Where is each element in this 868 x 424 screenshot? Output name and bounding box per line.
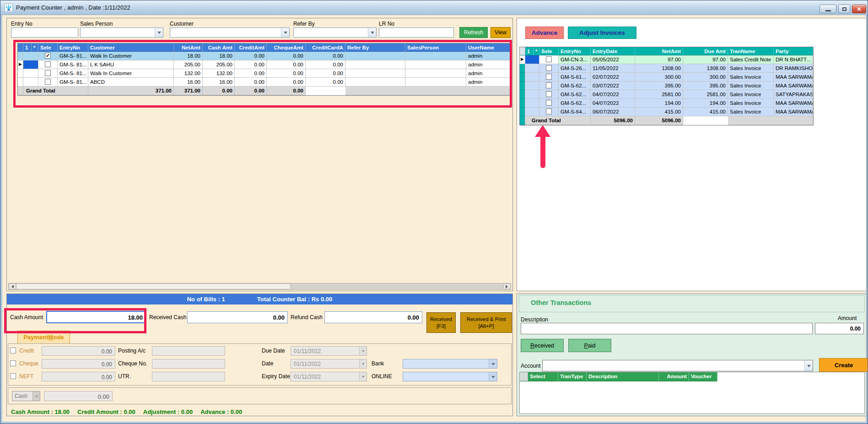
chevron-down-icon[interactable] — [368, 28, 376, 37]
row-checkbox-cell[interactable] — [539, 108, 559, 116]
expiry-date-picker[interactable]: 01/11/2022 — [291, 372, 367, 381]
row-checkbox[interactable] — [45, 61, 51, 67]
online-select[interactable] — [403, 372, 497, 381]
close-button[interactable]: ✕ — [852, 5, 866, 13]
table-row[interactable]: GM-S- 81... Walk In Customer 132.00 132.… — [18, 69, 510, 78]
cash-type-select[interactable]: Cash — [12, 391, 40, 401]
refund-cash-input[interactable]: 0.00 — [324, 311, 422, 323]
chevron-down-icon[interactable] — [281, 28, 289, 37]
row-checkbox-cell[interactable] — [38, 78, 58, 87]
col-description[interactable]: Description — [587, 372, 659, 381]
row-checkbox[interactable] — [546, 56, 552, 62]
chevron-down-icon[interactable] — [804, 360, 813, 371]
table-row[interactable]: ✓ GM-S- 81... Walk In Customer 18.00 18.… — [18, 52, 510, 60]
row-checkbox-cell[interactable] — [539, 64, 559, 73]
account-select[interactable] — [542, 360, 813, 371]
table-row[interactable]: GM-S- 81... ABCD 16.00 16.00 0.00 0.00 0… — [18, 78, 510, 87]
col-chequeamt[interactable]: ChequeAmt — [267, 43, 306, 52]
neft-amount-input[interactable]: 0.00 — [42, 372, 115, 381]
lr-no-input[interactable] — [379, 27, 454, 38]
payment-mode-tab[interactable]: Payment Mode — [17, 331, 70, 344]
due-date-picker[interactable]: 01/11/2022 — [291, 346, 367, 356]
col-1[interactable]: 1 — [525, 47, 534, 55]
row-checkbox-checked[interactable]: ✓ — [45, 53, 51, 59]
bank-select[interactable] — [403, 359, 497, 369]
create-button[interactable]: Create — [819, 358, 868, 372]
row-checkbox[interactable] — [546, 109, 552, 114]
row-checkbox-cell[interactable] — [539, 73, 559, 82]
minimize-button[interactable] — [819, 5, 836, 13]
sales-person-select[interactable] — [80, 27, 163, 38]
credit-amount-input[interactable]: 0.00 — [42, 346, 115, 356]
row-checkbox-cell[interactable] — [38, 60, 58, 69]
col-amount[interactable]: Amount — [659, 372, 689, 381]
col-sele[interactable]: Sele — [38, 43, 58, 52]
col-entryno[interactable]: EntryNo — [58, 43, 88, 52]
entry-no-input[interactable] — [11, 27, 78, 38]
row-checkbox[interactable] — [45, 79, 51, 85]
chevron-down-icon[interactable] — [489, 359, 497, 368]
col-entryno[interactable]: EntryNo — [559, 47, 591, 55]
col-creditcard[interactable]: CreditCardA — [306, 43, 345, 52]
col-trantype[interactable]: TranType — [558, 372, 587, 381]
row-checkbox[interactable] — [546, 82, 552, 88]
adjust-invoices-button[interactable]: Adjust Invoices — [568, 27, 636, 39]
table-row[interactable]: GM-S-62... 03/07/2022 395.00 395.00 Sale… — [520, 82, 813, 90]
col-referby[interactable]: Refer By — [345, 43, 405, 52]
row-checkbox[interactable] — [546, 74, 552, 80]
row-checkbox-cell[interactable] — [539, 90, 559, 99]
row-checkbox-cell[interactable] — [539, 99, 559, 108]
cheque-no-input[interactable] — [152, 359, 225, 369]
scroll-right-button[interactable] — [503, 283, 511, 289]
utr-input[interactable] — [152, 372, 225, 381]
neft-checkbox[interactable] — [10, 373, 16, 379]
chevron-down-icon[interactable] — [155, 28, 163, 37]
cash-type-amount-input[interactable]: 0.00 — [44, 391, 113, 401]
col-netamt[interactable]: NetAmt — [635, 47, 683, 55]
table-row[interactable]: GM-S-62... 04/07/2022 194.00 194.00 Sale… — [520, 99, 813, 108]
col-voucher[interactable]: Voucher — [689, 372, 717, 381]
scrollbar-thumb[interactable] — [16, 283, 291, 289]
credit-checkbox[interactable] — [10, 348, 16, 353]
scrollbar-track[interactable] — [291, 283, 503, 289]
col-netamt[interactable]: NetAmt — [174, 43, 203, 52]
received-f3-button[interactable]: Received [F3] — [426, 312, 456, 333]
chevron-down-icon[interactable] — [489, 372, 497, 381]
row-checkbox[interactable] — [546, 65, 552, 71]
row-checkbox-cell[interactable] — [539, 55, 559, 64]
table-row[interactable]: GM-S-64... 06/07/2022 415.00 415.00 Sale… — [520, 108, 813, 116]
col-entrydate[interactable]: EntryDate — [591, 47, 635, 55]
view-button[interactable]: View — [491, 27, 511, 38]
received-and-print-button[interactable]: Received & Print [Alt+P] — [460, 312, 512, 333]
col-star[interactable]: * — [534, 47, 539, 55]
description-input[interactable] — [521, 323, 813, 334]
col-dueamt[interactable]: Due Amt — [683, 47, 728, 55]
row-checkbox-cell[interactable]: ✓ — [38, 52, 58, 60]
horizontal-scrollbar[interactable] — [8, 283, 511, 290]
advance-button[interactable]: Advance — [525, 27, 564, 39]
refer-by-select[interactable] — [293, 27, 377, 38]
col-cashamt[interactable]: Cash Amt — [203, 43, 235, 52]
col-creditamt[interactable]: CreditAmt — [235, 43, 267, 52]
refresh-button[interactable]: Refresh — [459, 27, 488, 38]
received-cash-input[interactable]: 0.00 — [187, 311, 288, 323]
row-checkbox[interactable] — [45, 70, 51, 76]
cash-amount-input[interactable]: 18.00 — [46, 311, 146, 323]
posting-ac-input[interactable] — [152, 346, 225, 356]
table-row[interactable]: ▶ GM-S- 81... L K SAHU 205.00 205.00 0.0… — [18, 60, 510, 69]
col-salesperson[interactable]: SalesPerson — [405, 43, 466, 52]
customer-select[interactable] — [170, 27, 290, 38]
row-checkbox[interactable] — [546, 100, 552, 106]
table-row[interactable]: GM-S-26... 11/05/2022 1308.00 1308.00 Sa… — [520, 64, 813, 73]
amount-input[interactable]: 0.00 — [815, 323, 864, 334]
col-sele[interactable]: Sele — [539, 47, 559, 55]
col-1[interactable]: 1 — [23, 43, 32, 52]
col-star[interactable]: * — [32, 43, 38, 52]
table-row[interactable]: GM-S-62... 04/07/2022 2581.00 2581.00 Sa… — [520, 90, 813, 99]
cheque-checkbox[interactable] — [10, 360, 16, 366]
col-select[interactable]: Select — [528, 372, 558, 381]
restore-button[interactable] — [838, 5, 850, 13]
table-row[interactable]: GM-S-61... 02/07/2022 300.00 300.00 Sale… — [520, 73, 813, 82]
row-checkbox-cell[interactable] — [38, 69, 58, 78]
paid-button[interactable]: Paid — [568, 339, 611, 352]
